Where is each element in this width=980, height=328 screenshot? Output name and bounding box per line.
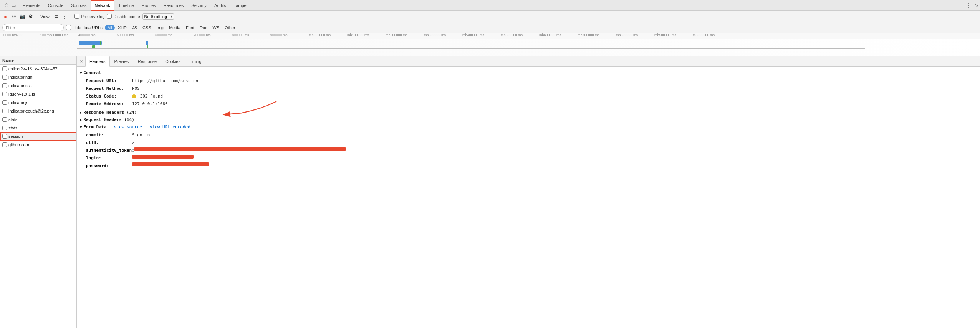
request-headers-section-header[interactable]: Request Headers (14) [77,116,980,123]
tab-resources[interactable]: Resources [160,0,188,11]
file-list-header: Name [0,56,76,65]
tab-timing[interactable]: Timing [185,56,205,67]
tab-preview[interactable]: Preview [111,56,133,67]
throttle-select[interactable]: No throttling [142,13,174,20]
list-item[interactable]: indicator.css [0,81,76,90]
view-label: View: [40,14,51,19]
filter-type-buttons: All XHR JS CSS Img Media Font Doc WS Oth… [105,25,238,30]
filter-input[interactable] [2,24,64,31]
timeline-bar-2 [92,45,95,48]
file-list-panel: Name collect?v=1&_v=j30&a=57... indicato… [0,56,77,328]
file-checkbox[interactable] [2,83,7,88]
file-checkbox[interactable] [2,109,7,113]
timeline-tick-7: 900000 ms [270,33,308,37]
general-section-header[interactable]: General [77,69,980,76]
list-item[interactable]: jquery-1.9.1.js [0,90,76,98]
general-section-body: Request URL: https://github.com/session … [77,76,980,109]
token-key: authenticity_token: [86,147,134,154]
scatter-view-button[interactable]: ⋮ [61,13,68,20]
list-item[interactable]: stats [0,115,76,124]
timeline-area: 00000 ms200 100 ms300000 ms 400000 ms 50… [0,33,980,56]
filter-btn-css[interactable]: CSS [140,25,154,30]
disable-cache-group: Disable cache [107,14,140,19]
file-checkbox[interactable] [2,100,7,105]
form-data-section-header[interactable]: Form Data view source view URL encoded [77,123,980,131]
stop-recording-button[interactable]: ⊘ [11,13,17,20]
tab-network[interactable]: Network [91,0,114,11]
tab-tamper[interactable]: Tamper [230,0,252,11]
password-key: password: [86,162,132,169]
filter-btn-other[interactable]: Other [222,25,238,30]
timeline-ruler: 00000 ms200 100 ms300000 ms 400000 ms 50… [0,33,980,39]
list-item[interactable]: indicator-couch@2x.png [0,107,76,115]
tab-elements[interactable]: Elements [19,0,44,11]
file-checkbox[interactable] [2,75,7,80]
tab-profiles[interactable]: Profiles [138,0,160,11]
view-encoded-link[interactable]: view URL encoded [150,124,190,129]
timeline-marker-1 [79,39,79,56]
timeline-tick-6: 800000 ms [231,33,270,37]
tab-headers[interactable]: Headers [85,56,110,67]
login-key: login: [86,155,132,162]
disable-cache-checkbox[interactable] [107,14,112,19]
file-checkbox[interactable] [2,126,7,130]
tab-response[interactable]: Response [134,56,161,67]
tab-audits[interactable]: Audits [210,0,230,11]
status-dot [132,94,136,98]
list-item[interactable]: github.com [0,141,76,149]
tab-bar-right-icons: ⋮ ⇲ [966,2,978,8]
timeline-tick-2: 400000 ms [78,33,116,37]
more-options-icon[interactable]: ⋮ [966,2,972,8]
filter-btn-img[interactable]: Img [154,25,166,30]
inspect-icon[interactable]: ⬡ [5,3,8,8]
filter-btn-xhr[interactable]: XHR [116,25,129,30]
record-button[interactable]: ● [2,13,8,20]
password-redacted [132,162,209,166]
filter-btn-all[interactable]: All [105,25,115,30]
filter-btn-doc[interactable]: Doc [197,25,210,30]
tab-security[interactable]: Security [187,0,210,11]
disable-cache-label: Disable cache [113,14,140,19]
tab-console[interactable]: Console [44,0,67,11]
preserve-log-label: Preserve log [81,14,105,19]
detail-panel: × Headers Preview Response Cookies Timin… [77,56,980,328]
hide-data-urls-checkbox[interactable] [66,25,71,30]
commit-key: commit: [86,132,132,139]
view-source-link[interactable]: view source [114,124,142,129]
list-item[interactable]: indicator.html [0,73,76,81]
request-headers-toggle [80,118,82,122]
filter-btn-font[interactable]: Font [184,25,197,30]
filter-bar: Hide data URLs All XHR JS CSS Img Media … [0,22,980,33]
filter-btn-media[interactable]: Media [167,25,183,30]
list-item[interactable]: collect?v=1&_v=j30&a=57... [0,65,76,73]
tab-sources[interactable]: Sources [67,0,90,11]
camera-button[interactable]: 📷 [19,13,25,20]
preserve-log-checkbox[interactable] [74,14,79,19]
hide-data-urls-group: Hide data URLs [66,25,103,30]
form-data-label: Form Data [83,124,106,129]
timeline-tick-9: mb100000 ms [346,33,385,37]
mobile-icon[interactable]: ▭ [12,3,16,8]
filter-btn-js[interactable]: JS [130,25,139,30]
file-checkbox[interactable] [2,134,7,139]
timeline-tick-5: 700000 ms [193,33,231,37]
filter-btn-ws[interactable]: WS [210,25,222,30]
file-checkbox[interactable] [2,92,7,96]
list-item[interactable]: stats [0,124,76,132]
session-file-item[interactable]: session [0,132,76,141]
list-view-button[interactable]: ≡ [53,13,60,20]
response-headers-section-header[interactable]: Response Headers (24) [77,109,980,116]
file-checkbox[interactable] [2,142,7,147]
detail-close-button[interactable]: × [78,58,84,65]
list-item[interactable]: indicator.js [0,98,76,107]
tab-cookies[interactable]: Cookies [161,56,184,67]
view-icons: ≡ ⋮ [53,13,68,20]
tab-timeline[interactable]: Timeline [114,0,138,11]
filter-button[interactable]: ⚙ [28,13,34,20]
resize-icon[interactable]: ⇲ [975,3,978,8]
file-checkbox[interactable] [2,117,7,122]
timeline-tick-13: mb500000 ms [500,33,538,37]
file-checkbox[interactable] [2,66,7,71]
timeline-bar-1 [79,41,102,45]
timeline-tick-10: mb200000 ms [385,33,423,37]
